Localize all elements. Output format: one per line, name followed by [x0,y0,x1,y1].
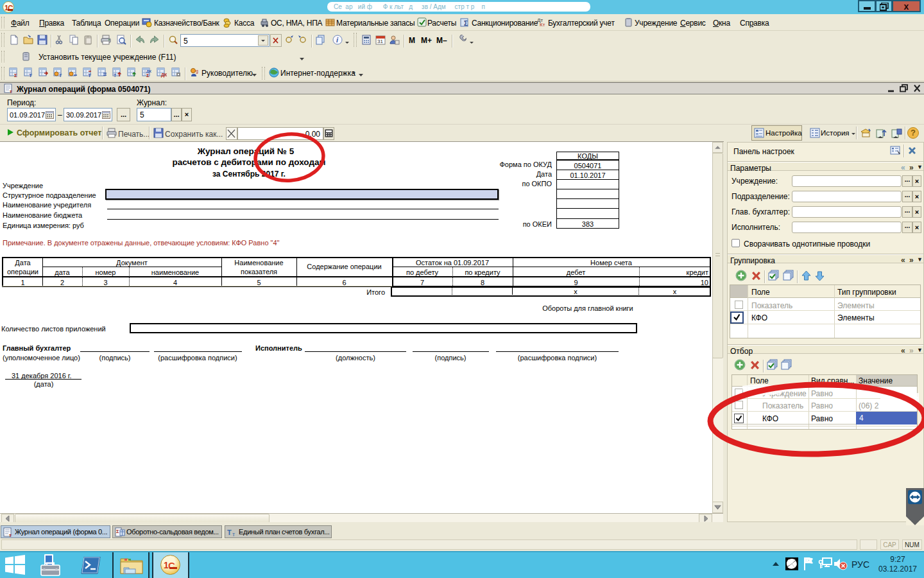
svg-text:31: 31 [377,39,383,44]
svg-text:T: T [114,73,117,78]
svg-text:Кт: Кт [540,22,545,27]
svg-text:ДК: ДК [161,73,167,78]
svg-text:С: С [168,560,175,571]
svg-text:Σ: Σ [116,529,119,534]
svg-text:С: С [8,4,13,13]
svg-text:T: T [88,73,91,78]
svg-text:т: т [10,89,12,94]
svg-text:Т: Т [227,529,232,536]
svg-text:т: т [232,531,235,538]
svg-text:g: g [196,69,198,74]
svg-text:T: T [59,73,62,78]
svg-text:Σ: Σ [14,73,17,78]
svg-text:ДК: ДК [146,69,151,73]
svg-text:т: т [9,532,12,538]
svg-text:Σ: Σ [146,73,150,78]
svg-text:Σ: Σ [464,20,468,27]
svg-text:T: T [29,73,32,78]
